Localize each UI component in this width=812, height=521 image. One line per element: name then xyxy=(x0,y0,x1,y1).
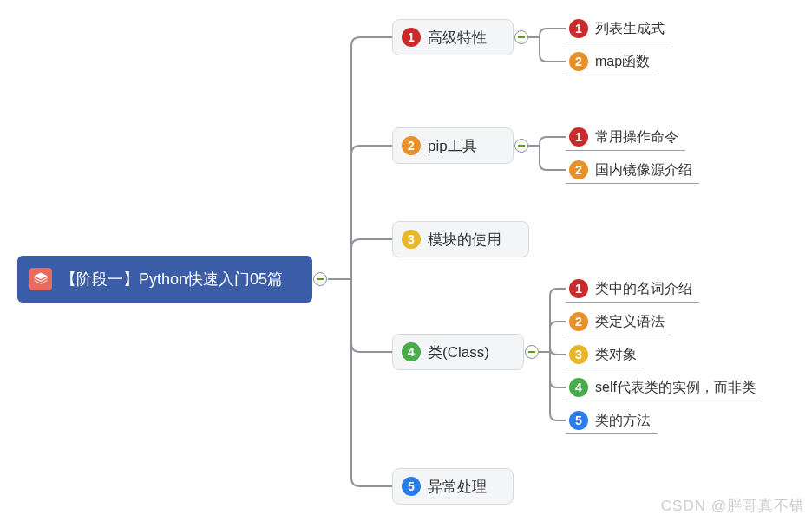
branch-label: 模块的使用 xyxy=(428,230,501,250)
branch-label: 高级特性 xyxy=(428,28,487,48)
leaf-underline xyxy=(566,183,699,184)
leaf-underline xyxy=(566,335,671,335)
leaf-label: 类中的名词介绍 xyxy=(595,280,692,298)
number-badge: 2 xyxy=(569,52,588,71)
leaf-node[interactable]: 5类的方法 xyxy=(566,407,654,433)
number-badge: 1 xyxy=(569,19,588,38)
leaf-node[interactable]: 1类中的名词介绍 xyxy=(566,276,696,302)
root-node[interactable]: 【阶段一】Python快速入门05篇 xyxy=(17,256,312,303)
leaf-label: 常用操作命令 xyxy=(595,128,678,147)
leaf-label: 类对象 xyxy=(595,346,637,364)
watermark-prefix: CSDN xyxy=(661,498,706,514)
leaf-node[interactable]: 3类对象 xyxy=(566,342,640,368)
number-badge: 3 xyxy=(569,345,588,364)
number-badge: 2 xyxy=(569,160,588,179)
collapse-toggle-root[interactable] xyxy=(313,272,327,286)
leaf-underline xyxy=(566,42,671,42)
leaf-label: 类定义语法 xyxy=(595,313,665,331)
leaf-label: 国内镜像源介绍 xyxy=(595,161,692,179)
leaf-underline xyxy=(566,75,657,75)
branch-label: 类(Class) xyxy=(428,342,489,362)
branch-node[interactable]: 3模块的使用 xyxy=(392,221,529,257)
leaf-node[interactable]: 4self代表类的实例，而非类 xyxy=(566,374,759,401)
branch-label: pip工具 xyxy=(428,136,477,156)
number-badge: 1 xyxy=(569,127,588,147)
mindmap-canvas: 【阶段一】Python快速入门05篇 1高级特性1列表生成式2map函数2pip… xyxy=(0,0,812,521)
leaf-underline xyxy=(566,368,644,368)
number-badge: 4 xyxy=(569,378,588,397)
number-badge: 5 xyxy=(569,411,588,430)
root-title: 【阶段一】Python快速入门05篇 xyxy=(61,269,283,290)
branch-node[interactable]: 4类(Class) xyxy=(392,334,524,370)
number-badge: 3 xyxy=(402,230,421,249)
leaf-underline xyxy=(566,433,658,434)
collapse-toggle[interactable] xyxy=(514,30,528,44)
leaf-label: 列表生成式 xyxy=(595,20,665,38)
number-badge: 1 xyxy=(402,28,421,47)
leaf-node[interactable]: 1常用操作命令 xyxy=(566,124,682,150)
number-badge: 1 xyxy=(569,279,588,298)
branch-node[interactable]: 1高级特性 xyxy=(392,19,514,55)
collapse-toggle[interactable] xyxy=(525,345,539,359)
leaf-underline xyxy=(566,401,763,401)
number-badge: 4 xyxy=(402,342,421,361)
leaf-label: self代表类的实例，而非类 xyxy=(595,379,756,397)
leaf-label: map函数 xyxy=(595,53,650,71)
branch-node[interactable]: 2pip工具 xyxy=(392,127,514,164)
branch-node[interactable]: 5异常处理 xyxy=(392,468,514,505)
leaf-node[interactable]: 2类定义语法 xyxy=(566,309,668,335)
collapse-toggle[interactable] xyxy=(514,139,528,153)
number-badge: 2 xyxy=(402,136,421,155)
watermark: CSDN @胖哥真不错 xyxy=(661,496,805,516)
leaf-label: 类的方法 xyxy=(595,412,651,430)
number-badge: 2 xyxy=(569,312,588,331)
leaf-node[interactable]: 1列表生成式 xyxy=(566,16,668,42)
leaf-node[interactable]: 2国内镜像源介绍 xyxy=(566,157,696,183)
stack-icon xyxy=(29,268,52,290)
leaf-underline xyxy=(566,150,685,151)
branch-label: 异常处理 xyxy=(428,477,487,497)
number-badge: 5 xyxy=(402,477,421,496)
leaf-node[interactable]: 2map函数 xyxy=(566,49,653,75)
watermark-handle: @胖哥真不错 xyxy=(711,498,805,514)
leaf-underline xyxy=(566,302,699,303)
